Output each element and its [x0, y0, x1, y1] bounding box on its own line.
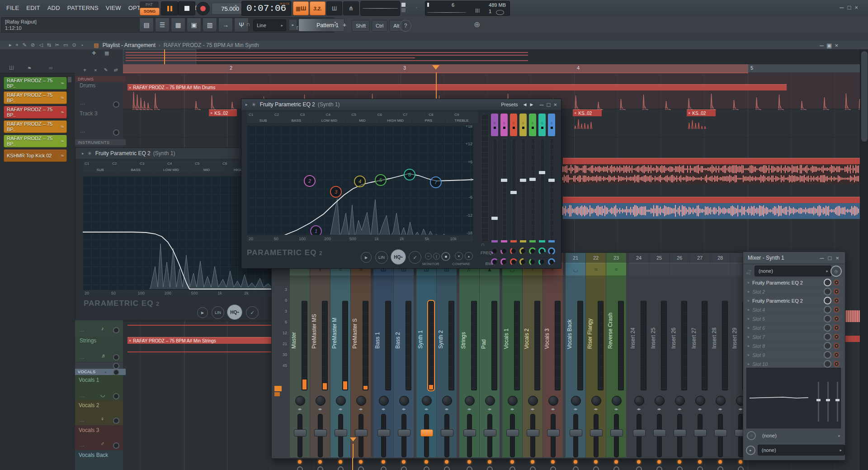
clip-audio-2[interactable] [563, 197, 860, 219]
strip-name[interactable]: Insert 27 [691, 328, 697, 349]
track-name-strings[interactable]: Strings [80, 337, 96, 344]
eq-band-cell[interactable]: C4 [324, 112, 349, 117]
headphones-icon[interactable]: ∩ [481, 241, 485, 247]
strip-fader-handle[interactable] [653, 429, 666, 437]
track-cell-vocals3[interactable]: Vocals 3 ... ♂ [75, 425, 123, 450]
eq-band-handle[interactable]: 2 [304, 175, 316, 187]
mixer-strip[interactable]: 24 Insert 24 ◂▸ ▲ [629, 253, 649, 457]
strip-fader-handle[interactable] [506, 429, 519, 437]
menu-item[interactable]: PATTERNS [64, 5, 102, 11]
strip-mute-led[interactable] [678, 460, 681, 464]
strip-mute-led[interactable] [510, 460, 514, 464]
eq-band-handle[interactable]: 1 [310, 225, 322, 235]
strip-sep-arrows[interactable]: ◂▸ [416, 407, 436, 411]
eq-band-cell[interactable]: C2 [273, 112, 298, 117]
strip-name[interactable]: PreMaster MS [311, 314, 317, 349]
fx-slot-mix-knob[interactable] [824, 351, 831, 359]
eq-range-cell[interactable]: SUB [83, 167, 118, 173]
eq-band-cell[interactable]: C8 [427, 112, 452, 117]
band-slider-handle[interactable] [510, 191, 517, 194]
strip-name[interactable]: Insert 25 [650, 328, 656, 349]
strip-solo-ring[interactable] [697, 466, 703, 470]
pattern-add-button[interactable]: + [340, 20, 349, 29]
select-tool-icon[interactable]: ▭ [63, 42, 68, 48]
menu-item[interactable]: FILE [3, 5, 23, 11]
fx-slot-enable-led[interactable] [834, 361, 840, 367]
monitor-post-button[interactable] [441, 252, 450, 261]
strip-pan-knob[interactable] [399, 396, 409, 406]
hq-button[interactable]: HQ+ [227, 304, 242, 320]
clip-strings[interactable]: ×RAFAY PRODZ – 75 BPM A# Min Strings [127, 337, 271, 344]
eq-band-cell[interactable]: C3 [298, 112, 324, 117]
strip-sep-arrows[interactable]: ◂▸ [629, 407, 649, 411]
strip-fader-handle[interactable] [547, 429, 560, 437]
strip-icon[interactable]: ◡ [566, 263, 585, 275]
fx-clock-icon[interactable]: ◷ [830, 266, 842, 277]
fx-slot[interactable]: ▸Fruity Parametric EQ 2 [744, 296, 843, 305]
clip-drums[interactable]: × RAFAY PRODZ – 75 BPM A# Min Drums [127, 84, 787, 90]
group-header-instruments[interactable]: INSTRUMENTS [75, 139, 126, 145]
fx-slot[interactable]: ▸Slot 2 [744, 287, 843, 296]
slip-tool-icon[interactable]: ⇆ [47, 42, 51, 48]
playlist-song-name[interactable]: RAFAY PRODZ - 75 BPM A# Min Synth [164, 42, 259, 48]
clip-close-icon[interactable]: × [129, 85, 131, 90]
playlist-title[interactable]: Playlist - Arrangement [103, 42, 156, 48]
oscilloscope[interactable] [360, 1, 400, 16]
strip-name[interactable]: Bass 1 [374, 332, 381, 349]
strip-sep-arrows[interactable]: ◂▸ [710, 407, 730, 411]
mixer-strip[interactable]: ≈ PreMaster S ◂▸ ▲ [351, 253, 371, 457]
strip-solo-ring[interactable] [444, 466, 450, 470]
fx-slot[interactable]: ▸Slot 10 [744, 360, 843, 368]
band-color-swatch[interactable] [510, 240, 517, 242]
fx-slot-mix-knob[interactable] [824, 342, 831, 350]
mixer-strip[interactable]: Ш Synth 2 ◂▸ ▲ [437, 253, 457, 457]
eq-band-cell[interactable]: C5 [350, 112, 375, 117]
eq-window-title[interactable]: Fruity Parametric EQ 2 [260, 101, 315, 108]
strip-solo-ring[interactable] [656, 466, 662, 470]
eq-graph[interactable]: +18+12+60-6-12-18 1234567 [247, 125, 473, 235]
strip-sep-arrows[interactable]: ◂▸ [543, 407, 563, 411]
song-toggle[interactable]: SONG [140, 8, 160, 15]
strip-pan-knob[interactable] [379, 396, 389, 406]
strip-name[interactable]: PreMaster M [331, 318, 338, 349]
track-record-dot[interactable] [113, 129, 119, 136]
strip-solo-ring[interactable] [317, 466, 323, 470]
touch-controller-button[interactable]: ▣ [187, 18, 201, 32]
mixer-strip[interactable]: Master ◂▸ ▲ [290, 253, 310, 457]
timeline-ruler[interactable]: 2345 [123, 64, 860, 73]
mixer-strip[interactable]: Ш Bass 2 ◂▸ ▲ [394, 253, 414, 457]
band-color-swatch[interactable] [501, 240, 507, 242]
strip-fader-handle[interactable] [694, 429, 707, 437]
strip-mute-led[interactable] [594, 460, 598, 464]
strip-fader-handle[interactable] [590, 429, 603, 437]
fx-slot-mix-knob[interactable] [824, 324, 831, 332]
band-slider-handle[interactable] [501, 179, 507, 182]
band-slider-cap[interactable]: ◊ [529, 114, 536, 136]
strip-fader-handle[interactable] [714, 429, 727, 437]
strip-pan-knob[interactable] [528, 396, 538, 406]
strip-fader-handle[interactable] [484, 429, 496, 437]
strip-fader-handle[interactable] [335, 429, 347, 437]
playlist-menu-icon[interactable]: ▸ [9, 42, 12, 48]
strip-pan-knob[interactable] [571, 396, 581, 406]
strip-mute-led[interactable] [298, 460, 302, 464]
track-record-dot[interactable] [113, 393, 119, 399]
picker-item[interactable]: RAFAY PRODZ – 75 BP.. ≈ [4, 120, 67, 133]
band-freq-knob[interactable] [510, 247, 517, 255]
strip-pan-knob[interactable] [295, 396, 305, 406]
track-name-drums[interactable]: Drums [80, 82, 95, 89]
presets-label[interactable]: Presets [501, 102, 518, 107]
strip-mute-led[interactable] [531, 460, 534, 464]
fx-slot[interactable]: ▸Fruity Parametric EQ 2 [744, 278, 843, 287]
strip-sep-arrows[interactable]: ◂▸ [330, 407, 350, 411]
modifier-key-button[interactable]: Ctrl [372, 20, 387, 32]
track-cell-vocals2[interactable]: Vocals 2 ... ♀ [75, 400, 123, 425]
tempo-spinner[interactable]: ▲▼ [234, 4, 237, 10]
picker-item[interactable]: RAFAY PRODZ – 75 BP.. ≈ [4, 77, 67, 90]
mixer-strip[interactable]: Y PreMaster MS ◂▸ ▲ [310, 253, 330, 457]
fx-slot[interactable]: ▸Slot 7 [744, 332, 843, 341]
band-bw-knob[interactable] [491, 258, 498, 266]
fx-slot-enable-led[interactable] [834, 334, 840, 340]
eq-band-handle[interactable]: 7 [430, 176, 442, 188]
band-slider-handle[interactable] [529, 178, 536, 181]
